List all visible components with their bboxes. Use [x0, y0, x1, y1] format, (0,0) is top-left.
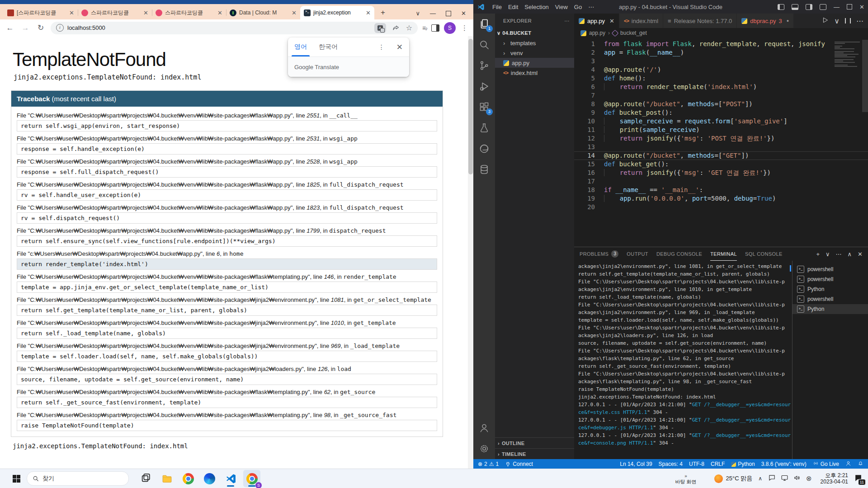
- status-item-bell[interactable]: [858, 460, 863, 468]
- source-control-icon[interactable]: [473, 55, 495, 76]
- translate-tab-korean[interactable]: 한국어: [319, 43, 338, 51]
- taskbar-app-vscode[interactable]: [222, 470, 239, 487]
- status-item-python[interactable]: Python: [731, 461, 755, 467]
- database-icon[interactable]: [473, 159, 495, 180]
- media-controls-icon[interactable]: ≡♪: [422, 24, 427, 32]
- explorer-more-icon[interactable]: ⋯: [565, 18, 570, 24]
- code-line[interactable]: 7: [574, 91, 868, 100]
- status-item-crlf[interactable]: CRLF: [711, 461, 725, 467]
- breadcrumb[interactable]: app.py›bucket_get: [574, 28, 868, 38]
- menu-view[interactable]: View: [552, 4, 571, 10]
- connect-status[interactable]: Connect: [505, 461, 533, 467]
- network-x-icon[interactable]: ⊗: [806, 474, 812, 483]
- toggle-sidebar-icon[interactable]: [778, 4, 784, 10]
- taskbar-app-chrome-profile[interactable]: S: [243, 470, 260, 487]
- code-line[interactable]: 16 return jsonify({'msg': 'GET 연결 완료!'}): [574, 169, 868, 177]
- share-icon[interactable]: [392, 24, 400, 32]
- terminal-item-powershell[interactable]: >_powershell: [793, 264, 868, 274]
- code-line[interactable]: 13: [574, 143, 868, 151]
- sidebar-item-templates[interactable]: ›templates: [495, 38, 574, 48]
- taskbar-clock[interactable]: 오후 2:21 2023-04-01: [821, 472, 848, 485]
- translate-close-icon[interactable]: ✕: [396, 42, 403, 52]
- code-line[interactable]: 10 sample_receive = request.form['sample…: [574, 117, 868, 126]
- code-line[interactable]: 15def bucket_get():: [574, 160, 868, 169]
- chrome-close-icon[interactable]: ✕: [461, 10, 466, 17]
- files-icon[interactable]: 1: [473, 14, 495, 34]
- speaker-icon[interactable]: [793, 474, 801, 483]
- chrome-tab[interactable]: 스파르타코딩클✕: [78, 6, 152, 19]
- status-item-3-8-6-venv-venv-[interactable]: 3.8.6 ('venv': venv): [761, 461, 807, 467]
- taskbar-app-file-explorer[interactable]: [158, 470, 175, 487]
- code-line[interactable]: 20: [574, 203, 868, 211]
- taskbar-app-task-view[interactable]: [137, 470, 154, 487]
- panel-tab-debug-console[interactable]: DEBUG CONSOLE: [656, 247, 702, 261]
- notification-center[interactable]: 11: [854, 474, 863, 484]
- search-icon[interactable]: [473, 34, 495, 55]
- taskbar-app-chrome[interactable]: [179, 470, 197, 487]
- panel-tab-output[interactable]: OUTPUT: [627, 247, 648, 261]
- chrome-tab[interactable]: 스파르타코딩클✕: [152, 6, 226, 19]
- minimize-icon[interactable]: —: [834, 4, 840, 10]
- status-item-ln-14-col-39[interactable]: Ln 14, Col 39: [620, 461, 652, 467]
- new-terminal-icon[interactable]: +: [816, 251, 820, 258]
- editor-tab-index.html[interactable]: <>index.html: [619, 14, 663, 28]
- sidebar-item-index.html[interactable]: <>index.html: [495, 68, 574, 78]
- terminal-item-Python[interactable]: >_Python: [793, 284, 868, 294]
- chrome-tab[interactable]: Data | Cloud: M✕: [226, 6, 300, 19]
- tab-close-icon[interactable]: ✕: [609, 18, 614, 24]
- account-icon[interactable]: [473, 418, 495, 438]
- chrome-tab[interactable]: [스파르타코딩클✕: [4, 6, 78, 19]
- editor-tab-ReleaseNotes1.77.0[interactable]: ≡Release Notes: 1.77.0: [663, 14, 737, 28]
- translate-tab-english[interactable]: 영어: [294, 38, 307, 56]
- problems-status[interactable]: ⊗2 ⚠1: [478, 461, 499, 467]
- code-line[interactable]: 19 app.run('0.0.0.0', port=5000, debug=T…: [574, 194, 868, 203]
- edge-tools-icon[interactable]: [473, 138, 495, 159]
- settings-gear-icon[interactable]: [473, 438, 495, 459]
- forward-icon[interactable]: →: [20, 23, 31, 33]
- code-line[interactable]: 12 return jsonify({'msg': 'POST 연결 완료!'}…: [574, 134, 868, 143]
- menu-go[interactable]: Go: [571, 4, 585, 10]
- code-line[interactable]: 2app = Flask(__name__): [574, 48, 868, 57]
- page-scrollbar[interactable]: [468, 36, 473, 469]
- tray-expand-chevron[interactable]: ∧: [758, 475, 762, 482]
- close-icon[interactable]: ✕: [859, 4, 864, 10]
- editor-tab-app.py[interactable]: app.py✕: [574, 14, 619, 28]
- chrome-minimize-icon[interactable]: —: [430, 10, 436, 17]
- menu-more[interactable]: ⋯: [585, 4, 597, 10]
- code-editor[interactable]: 1from flask import Flask, render_templat…: [574, 40, 868, 247]
- code-line[interactable]: 1from flask import Flask, render_templat…: [574, 40, 868, 48]
- code-line[interactable]: 11 print(sample_receive): [574, 126, 868, 134]
- sidebar-item-app.py[interactable]: app.py: [495, 58, 574, 68]
- panel-tab-terminal[interactable]: TERMINAL: [710, 247, 737, 261]
- translate-options-icon[interactable]: ⋮: [378, 43, 385, 51]
- code-line[interactable]: 18if __name__ == '__main__':: [574, 186, 868, 194]
- start-button[interactable]: [13, 475, 20, 483]
- address-text[interactable]: localhost:5000: [67, 24, 371, 31]
- toggle-secondary-sidebar-icon[interactable]: [806, 4, 812, 10]
- terminal-item-Python[interactable]: >_Python: [793, 304, 868, 314]
- status-item-utf-8[interactable]: UTF-8: [689, 461, 704, 467]
- terminal-item-powershell[interactable]: >_powershell: [793, 294, 868, 304]
- site-info-icon[interactable]: i: [56, 24, 64, 32]
- back-icon[interactable]: ←: [5, 23, 15, 33]
- chrome-menu-icon[interactable]: ⋮: [460, 24, 469, 32]
- tab-search-chevron-icon[interactable]: ∨: [416, 10, 420, 17]
- side-panel-icon[interactable]: [431, 24, 439, 32]
- translate-icon[interactable]: A: [374, 23, 386, 33]
- editor-tab-dbprac.py[interactable]: dbprac.py3●: [737, 14, 794, 28]
- terminal-item-powershell[interactable]: >_powershell: [793, 274, 868, 284]
- run-debug-icon[interactable]: [473, 76, 495, 97]
- run-python-file-icon[interactable]: [822, 17, 829, 25]
- chat-icon[interactable]: [768, 474, 776, 483]
- monitor-icon[interactable]: [781, 474, 788, 483]
- tab-close-icon[interactable]: ✕: [143, 9, 148, 16]
- maximize-icon[interactable]: [847, 4, 852, 9]
- menu-selection[interactable]: Selection: [521, 4, 552, 10]
- terminal-output[interactable]: ackages\jinja2\environment.py", line 108…: [574, 263, 792, 459]
- chrome-tab[interactable]: jinja2.exception✕: [300, 6, 374, 19]
- status-item-feedback[interactable]: [845, 460, 851, 468]
- code-line[interactable]: 17: [574, 177, 868, 186]
- status-item-go-live[interactable]: Go Live: [813, 460, 839, 468]
- run-dropdown-chevron-icon[interactable]: ∨: [834, 17, 840, 25]
- panel-tab-problems[interactable]: PROBLEMS3: [580, 247, 618, 261]
